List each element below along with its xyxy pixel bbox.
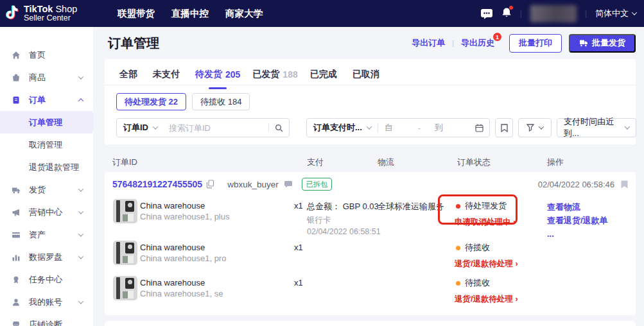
return-refund-pending-link[interactable]: 退货/退款待处理 › [455, 294, 518, 305]
view-logistics-link[interactable]: 查看物流 [547, 200, 608, 214]
order-group-header: 576482191227455505 wbxuk_buyer 已拆包 02/04… [105, 172, 636, 196]
export-orders-link[interactable]: 导出订单 [412, 37, 445, 49]
page-title: 订单管理 [108, 35, 159, 52]
message-icon[interactable] [480, 8, 493, 19]
export-history-badge: 1 [493, 33, 501, 41]
product-variant: China warehouse1, pro [140, 253, 226, 264]
product-variant: China warehouse1, se [140, 288, 223, 299]
pill-pending-shipment[interactable]: 待处理发货 22 [116, 93, 186, 110]
product-name[interactable]: China warehouse [140, 200, 229, 211]
order-doc-icon [12, 96, 21, 105]
batch-print-button[interactable]: 批量打印 [509, 34, 562, 53]
sidebar-item-order-management[interactable]: 订单管理 [0, 111, 93, 133]
sidebar-item-my-account[interactable]: 我的账号 [0, 291, 93, 313]
filters-card: 全部 未支付 待发货205 已发货188 已完成 已取消 待处理发货 22 待揽… [105, 59, 636, 144]
sidebar-item-orders[interactable]: 订单 [0, 89, 93, 111]
quantity: x1 [294, 278, 303, 287]
sidebar-item-return-refund-management[interactable]: 退货退款管理 [0, 156, 93, 178]
sidebar-item-data-compass[interactable]: 数据罗盘 [0, 246, 93, 268]
search-input[interactable] [164, 123, 268, 133]
order-status-tabs: 全部 未支付 待发货205 已发货188 已完成 已取消 [119, 64, 621, 85]
sidebar-item-assets[interactable]: 资产 [0, 223, 93, 246]
pill-awaiting-pickup[interactable]: 待揽收 184 [192, 93, 250, 110]
product-thumbnail[interactable] [113, 276, 137, 300]
search-icon[interactable] [269, 124, 289, 132]
bookmark-filled-icon[interactable] [621, 180, 628, 189]
language-selector[interactable]: 简体中文 [595, 8, 636, 19]
status-dot-red [456, 204, 460, 209]
tab-shipped[interactable]: 已发货188 [252, 64, 297, 85]
tab-cancelled[interactable]: 已取消 [352, 64, 383, 85]
tab-completed[interactable]: 已完成 [310, 64, 340, 85]
time-type-select[interactable]: 订单支付时... [307, 122, 378, 133]
chevron-down-icon [78, 231, 83, 236]
chat-buyer-icon[interactable] [284, 180, 293, 188]
product-name[interactable]: China warehouse [140, 242, 226, 253]
nav-academy[interactable]: 商家大学 [225, 8, 263, 20]
export-history-link[interactable]: 导出历史 1 [461, 37, 494, 49]
user-avatar[interactable] [530, 5, 577, 22]
col-actions: 操作 [547, 157, 564, 168]
sidebar-item-products[interactable]: 商品 [0, 66, 93, 89]
payment-method: 银行卡 [307, 215, 381, 226]
nav-affiliate[interactable]: 联盟带货 [117, 8, 155, 20]
status-dot-orange [456, 281, 460, 286]
advanced-filter-button[interactable] [518, 118, 552, 137]
order-item-row: China warehouse China warehouse1, se x1 … [105, 275, 636, 314]
payment-info: 总金额： GBP 0.03 银行卡 02/04/2022 06:58:51 [307, 201, 381, 236]
view-return-refund-link[interactable]: 查看退货/退款单 [547, 214, 608, 227]
sidebar-item-cancellation-management[interactable]: 取消管理 [0, 133, 93, 156]
order-item-row: China warehouse China warehouse1, pro x1… [105, 239, 636, 279]
product-bag-icon [12, 73, 21, 82]
sidebar-item-task-center[interactable]: 任务中心 [0, 268, 93, 291]
sidebar-item-home[interactable]: 首页 [0, 44, 93, 66]
copy-icon[interactable] [206, 180, 214, 189]
order-id-type-select[interactable]: 订单ID [117, 122, 164, 133]
topbar-right: | | 简体中文 [480, 5, 636, 22]
calendar-icon [469, 124, 489, 132]
date-range-group: 订单支付时... 自 - 到 [306, 118, 490, 137]
return-refund-pending-link[interactable]: 退货/退款待处理 › [455, 259, 518, 270]
chevron-down-icon [78, 209, 83, 214]
payment-amount: GBP 0.03 [343, 202, 379, 211]
funnel-icon [527, 124, 534, 132]
order-created-time: 02/04/2022 06:58:46 [538, 180, 614, 189]
tiktok-note-icon [5, 4, 19, 22]
more-actions-link[interactable]: ... [547, 227, 608, 241]
order-id-search-group: 订单ID [116, 118, 290, 137]
bar-chart-icon [12, 253, 21, 262]
seller-center-app: TikTok Shop Seller Center 联盟带货 直播中控 商家大学… [0, 0, 644, 326]
page-header: 订单管理 导出订单 | 导出历史 1 批量打印 批量发货 [93, 27, 644, 59]
sidebar-item-marketing-center[interactable]: 营销中心 [0, 201, 93, 223]
tab-to-ship[interactable]: 待发货205 [195, 64, 240, 85]
tiktok-shop-logo[interactable]: TikTok Shop Seller Center [5, 4, 77, 22]
sidebar-item-shop-diagnosis[interactable]: 店铺诊断 [0, 313, 93, 326]
status-text: 待揽收 [465, 277, 490, 289]
saved-filter-button[interactable] [495, 118, 513, 137]
buyer-username[interactable]: wbxuk_buyer [227, 180, 279, 189]
product-thumbnail[interactable] [113, 199, 137, 223]
sidebar: 首页 商品 订单 订单管理 取消管理 退货退款管理 发货 营销中心 [0, 27, 93, 326]
chevron-up-icon [78, 98, 83, 103]
tab-unpaid[interactable]: 未支付 [153, 64, 183, 85]
cancel-request-link[interactable]: 申请取消处理中 › [455, 217, 516, 228]
status-text: 待揽收 [465, 242, 490, 253]
tab-all[interactable]: 全部 [119, 64, 141, 85]
product-thumbnail[interactable] [113, 241, 137, 265]
order-id-link[interactable]: 576482191227455505 [112, 179, 202, 189]
notification-bell-icon[interactable] [501, 7, 512, 20]
sidebar-item-shipping[interactable]: 发货 [0, 178, 93, 201]
megaphone-icon [12, 208, 21, 217]
top-navigation: 联盟带货 直播中控 商家大学 [117, 8, 263, 20]
order-status-cell: 待揽收 退货/退款待处理 › [455, 277, 518, 305]
product-name[interactable]: China warehouse [140, 277, 223, 288]
store-icon [12, 320, 21, 326]
chevron-down-icon [78, 253, 83, 259]
actions-cell: 查看物流 查看退货/退款单 ... [547, 200, 608, 241]
sort-select[interactable]: 支付时间由近到... [557, 118, 636, 137]
logo-text: TikTok Shop Seller Center [24, 4, 77, 22]
batch-ship-button[interactable]: 批量发货 [569, 34, 636, 53]
date-range-inputs[interactable]: 自 - 到 [378, 122, 469, 133]
nav-live-console[interactable]: 直播中控 [171, 8, 209, 20]
order-status-cell: 待处理发货 申请取消处理中 › [455, 200, 516, 228]
